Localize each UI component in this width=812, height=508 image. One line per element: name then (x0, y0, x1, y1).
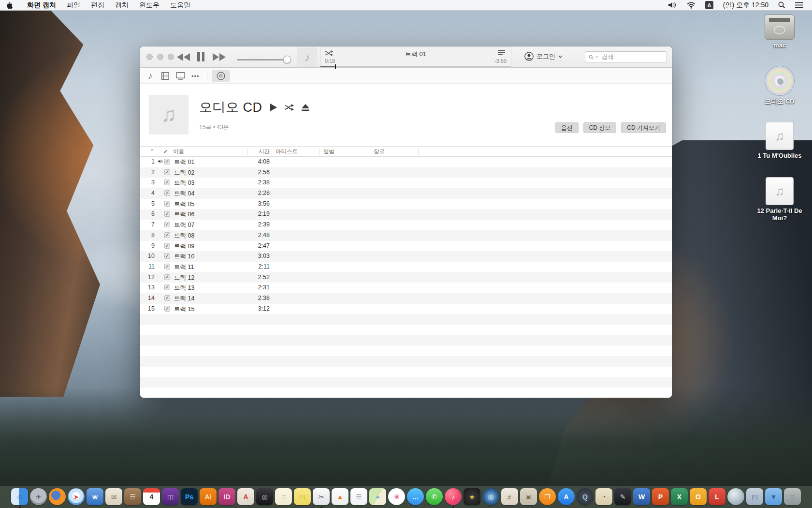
track-name[interactable]: 트랙 02 (174, 169, 194, 177)
track-checkbox[interactable]: ✓ (164, 201, 170, 207)
dock-finder-icon[interactable]: ☺ (11, 488, 29, 508)
track-name[interactable]: 트랙 05 (174, 200, 194, 209)
input-source-icon[interactable]: A (700, 1, 718, 9)
table-row[interactable]: 1✓트랙 014:08 (140, 157, 672, 167)
track-name[interactable]: 트랙 09 (174, 242, 194, 251)
up-next-icon[interactable] (498, 50, 505, 55)
menu-item-2[interactable]: 편집 (86, 1, 110, 9)
track-name[interactable]: 트랙 07 (174, 221, 194, 229)
cd-import-button[interactable]: CD 가져오기 (621, 122, 666, 133)
track-checkbox[interactable]: ✓ (164, 253, 170, 259)
table-row[interactable]: 13✓트랙 132:31 (140, 283, 672, 293)
volume-slider[interactable] (237, 59, 288, 60)
track-checkbox[interactable]: ✓ (164, 295, 170, 301)
dock-itunes-icon[interactable]: ♪ (445, 488, 462, 508)
tv-shows-tab-icon[interactable] (176, 71, 185, 81)
dock-vlc-icon[interactable]: ▲ (332, 488, 349, 508)
column-genre[interactable]: 장르 (374, 148, 385, 155)
table-row[interactable]: 12✓트랙 122:52 (140, 272, 672, 283)
column-time[interactable]: 시간 (250, 148, 270, 155)
table-row[interactable]: 2✓트랙 022:56 (140, 167, 672, 178)
next-button[interactable] (213, 53, 226, 61)
track-name[interactable]: 트랙 13 (174, 284, 194, 292)
dock-acrobat-icon[interactable]: A (237, 488, 255, 508)
volume-slider-knob[interactable] (283, 56, 291, 63)
dock-mail-icon[interactable]: ✉ (105, 488, 123, 508)
dock-calendar-icon[interactable]: 4 (143, 488, 160, 508)
dock-dashboard-icon[interactable]: ◔ (595, 488, 613, 508)
track-checkbox[interactable]: ✓ (164, 284, 170, 290)
table-row[interactable]: 5✓트랙 053:56 (140, 199, 672, 209)
window-titlebar[interactable]: ♪ 0:18 트랙 01 -3:50 로그인 (140, 46, 672, 68)
track-checkbox[interactable]: ✓ (164, 159, 170, 164)
track-checkbox[interactable]: ✓ (164, 306, 170, 312)
track-name[interactable]: 트랙 06 (174, 210, 194, 219)
login-button[interactable]: 로그인 (524, 52, 563, 61)
audio-cd-tab[interactable] (212, 70, 230, 82)
track-checkbox[interactable]: ✓ (164, 169, 170, 175)
audio-file-icon[interactable]: ♫ (766, 122, 794, 150)
dock-launchpad-icon[interactable]: ✈ (30, 488, 47, 508)
dock-ms-powerpoint-icon[interactable]: P (652, 488, 669, 508)
dock-network-sphere-icon[interactable] (727, 488, 745, 508)
table-row[interactable]: 11✓트랙 112:11 (140, 262, 672, 272)
dock-photos-icon[interactable]: ❀ (388, 488, 406, 508)
dock-app-store-icon[interactable]: A (558, 488, 575, 508)
spotlight-icon[interactable] (773, 1, 790, 9)
sort-indicator[interactable]: ^ (151, 148, 153, 154)
dock-downloads-folder-icon[interactable]: ▼ (765, 488, 783, 508)
track-name[interactable]: 트랙 04 (174, 190, 194, 198)
zoom-button[interactable] (168, 54, 174, 60)
dock-documents-stack-icon[interactable]: ▤ (746, 488, 764, 508)
hard-drive-icon[interactable] (765, 15, 795, 40)
menu-item-0[interactable]: 화면 캡처 (22, 1, 61, 9)
track-checkbox[interactable]: ✓ (164, 222, 170, 227)
track-name[interactable]: 트랙 11 (174, 263, 194, 271)
desktop-icon-hard-drive-0[interactable]: mac (748, 15, 811, 49)
menu-clock[interactable]: (일) 오후 12:50 (718, 1, 773, 10)
music-tab-icon[interactable]: ♪ (148, 71, 153, 81)
cd-icon[interactable] (765, 66, 795, 96)
options-button[interactable]: 옵션 (555, 122, 579, 133)
dock-reminders-icon[interactable]: ☰ (350, 488, 368, 508)
table-row[interactable]: 7✓트랙 072:39 (140, 220, 672, 230)
track-name[interactable]: 트랙 15 (174, 305, 194, 314)
track-checkbox[interactable]: ✓ (164, 243, 170, 249)
apple-menu-icon[interactable] (0, 1, 22, 9)
column-check[interactable]: ✓ (163, 148, 168, 155)
track-name[interactable]: 트랙 01 (174, 158, 194, 166)
search-input[interactable] (600, 53, 663, 61)
table-row[interactable]: 10✓트랙 103:03 (140, 251, 672, 262)
dock-messages-icon[interactable]: … (407, 488, 424, 508)
dock-contacts-icon[interactable]: ☰ (124, 488, 142, 508)
dock-firefox-icon[interactable] (49, 488, 66, 508)
track-name[interactable]: 트랙 12 (174, 274, 194, 282)
more-media-icon[interactable]: ••• (191, 71, 200, 81)
dock-maps-icon[interactable]: ➢ (369, 488, 387, 508)
table-row[interactable]: 6✓트랙 062:19 (140, 209, 672, 220)
dock-ibooks-icon[interactable]: ❐ (539, 488, 556, 508)
menu-item-1[interactable]: 파일 (61, 1, 86, 9)
dock-app-w-icon[interactable]: w (87, 488, 104, 508)
track-name[interactable]: 트랙 08 (174, 232, 194, 240)
dock-ms-word-icon[interactable]: W (633, 488, 651, 508)
table-row[interactable]: 15✓트랙 153:12 (140, 304, 672, 314)
wifi-icon[interactable] (682, 2, 700, 9)
notification-center-icon[interactable] (790, 2, 808, 8)
column-artist[interactable]: 아티스트 (276, 148, 298, 155)
dock-photoshop-icon[interactable]: Ps (181, 488, 198, 508)
track-name[interactable]: 트랙 14 (174, 295, 194, 303)
dock-ms-excel-icon[interactable]: X (671, 488, 688, 508)
pause-button[interactable] (197, 52, 204, 61)
volume-icon[interactable] (664, 2, 682, 8)
track-checkbox[interactable]: ✓ (164, 190, 170, 196)
dock-safari-icon[interactable]: ➤ (68, 488, 85, 508)
now-playing-artwork[interactable]: ♪ (297, 47, 317, 67)
menu-item-3[interactable]: 캡처 (110, 1, 134, 9)
dock-toast-icon[interactable]: ◫ (162, 488, 179, 508)
dock-quicktime-icon[interactable]: Q (577, 488, 594, 508)
eject-icon[interactable] (302, 104, 309, 111)
dock-grab-icon[interactable]: ✂ (313, 488, 330, 508)
track-checkbox[interactable]: ✓ (164, 274, 170, 280)
dock-garageband-icon[interactable]: ♬ (501, 488, 519, 508)
